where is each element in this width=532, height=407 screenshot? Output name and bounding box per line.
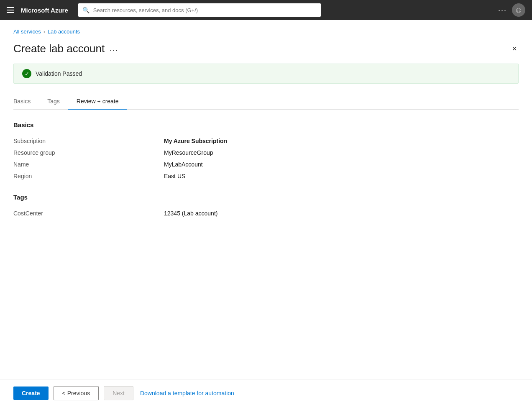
field-name: Name MyLabAccount xyxy=(13,159,519,170)
breadcrumb-chevron-1: › xyxy=(43,29,45,35)
breadcrumb-all-services[interactable]: All services xyxy=(13,28,41,35)
nav-ellipsis-button[interactable]: ··· xyxy=(498,6,507,15)
region-value: East US xyxy=(164,173,185,179)
nav-right: ··· ☺ xyxy=(498,3,525,17)
avatar[interactable]: ☺ xyxy=(512,3,525,17)
page-header: Create lab account ... × xyxy=(13,42,519,55)
page-title: Create lab account xyxy=(13,42,105,55)
next-button: Next xyxy=(104,386,133,400)
name-label: Name xyxy=(13,161,164,168)
name-value: MyLabAccount xyxy=(164,161,203,168)
search-bar: 🔍 xyxy=(78,3,321,17)
tags-section: Tags CostCenter 12345 (Lab account) xyxy=(13,194,519,219)
subscription-value: My Azure Subscription xyxy=(164,138,227,144)
create-button[interactable]: Create xyxy=(13,387,49,400)
close-button[interactable]: × xyxy=(510,42,519,55)
resource-group-value: MyResourceGroup xyxy=(164,149,213,156)
page-header-left: Create lab account ... xyxy=(13,42,118,55)
validation-banner: ✓ Validation Passed xyxy=(13,64,519,84)
brand-name: Microsoft Azure xyxy=(21,7,68,14)
hamburger-menu[interactable] xyxy=(7,7,14,13)
field-subscription: Subscription My Azure Subscription xyxy=(13,135,519,147)
tags-section-title: Tags xyxy=(13,194,519,201)
breadcrumb: All services › Lab accounts xyxy=(13,28,519,35)
main-content: All services › Lab accounts Create lab a… xyxy=(0,20,532,379)
subscription-label: Subscription xyxy=(13,138,164,144)
top-nav: Microsoft Azure 🔍 ··· ☺ xyxy=(0,0,532,20)
tab-tags[interactable]: Tags xyxy=(39,94,68,110)
check-circle-icon: ✓ xyxy=(22,69,31,78)
search-input[interactable] xyxy=(78,3,321,17)
search-icon: 🔍 xyxy=(82,7,90,13)
field-costcenter: CostCenter 12345 (Lab account) xyxy=(13,207,519,219)
previous-button[interactable]: < Previous xyxy=(54,386,99,400)
field-region: Region East US xyxy=(13,170,519,182)
tab-basics[interactable]: Basics xyxy=(13,94,39,110)
basics-section-title: Basics xyxy=(13,121,519,128)
page-menu-button[interactable]: ... xyxy=(110,44,118,53)
region-label: Region xyxy=(13,173,164,179)
tab-review-create[interactable]: Review + create xyxy=(68,94,127,110)
breadcrumb-lab-accounts[interactable]: Lab accounts xyxy=(48,28,80,35)
costcenter-value: 12345 (Lab account) xyxy=(164,210,217,217)
validation-text: Validation Passed xyxy=(36,70,82,77)
costcenter-label: CostCenter xyxy=(13,210,164,217)
footer: Create < Previous Next Download a templa… xyxy=(0,379,532,407)
resource-group-label: Resource group xyxy=(13,149,164,156)
tabs: Basics Tags Review + create xyxy=(13,94,519,110)
download-template-link[interactable]: Download a template for automation xyxy=(140,390,234,397)
basics-section: Basics Subscription My Azure Subscriptio… xyxy=(13,121,519,182)
field-resource-group: Resource group MyResourceGroup xyxy=(13,147,519,159)
